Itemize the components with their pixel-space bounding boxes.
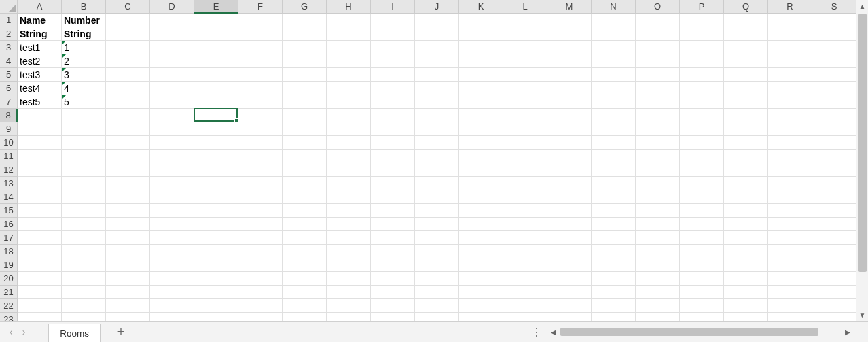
cell-J11[interactable] bbox=[415, 150, 459, 163]
cell-H8[interactable] bbox=[327, 109, 371, 122]
cell-P19[interactable] bbox=[680, 258, 724, 272]
cell-I14[interactable] bbox=[371, 190, 415, 204]
cell-D19[interactable] bbox=[150, 258, 194, 272]
cell-R3[interactable] bbox=[768, 41, 812, 54]
cell-P9[interactable] bbox=[680, 122, 724, 136]
cell-H3[interactable] bbox=[327, 41, 371, 54]
cell-M9[interactable] bbox=[547, 122, 592, 136]
cell-F6[interactable] bbox=[238, 82, 283, 95]
column-header-k[interactable]: K bbox=[459, 0, 503, 14]
cell-F14[interactable] bbox=[238, 190, 283, 204]
cell-P16[interactable] bbox=[680, 218, 724, 231]
cell-N4[interactable] bbox=[592, 54, 636, 68]
cell-D16[interactable] bbox=[150, 218, 194, 231]
cell-R14[interactable] bbox=[768, 190, 812, 204]
cell-L13[interactable] bbox=[503, 177, 547, 190]
cell-O3[interactable] bbox=[636, 41, 680, 54]
cell-I3[interactable] bbox=[371, 41, 415, 54]
cell-P17[interactable] bbox=[680, 231, 724, 245]
cell-B16[interactable] bbox=[62, 218, 106, 231]
scroll-up-button[interactable]: ▲ bbox=[856, 0, 869, 12]
cell-I5[interactable] bbox=[371, 68, 415, 82]
cell-N9[interactable] bbox=[592, 122, 636, 136]
cell-M2[interactable] bbox=[547, 27, 592, 41]
cell-D4[interactable] bbox=[150, 54, 194, 68]
cell-E22[interactable] bbox=[194, 299, 238, 313]
hscroll-thumb[interactable] bbox=[560, 328, 818, 336]
cell-I12[interactable] bbox=[371, 163, 415, 177]
cell-A18[interactable] bbox=[18, 245, 62, 258]
cell-A10[interactable] bbox=[18, 136, 62, 150]
cell-K13[interactable] bbox=[459, 177, 503, 190]
cell-L7[interactable] bbox=[503, 95, 547, 109]
row-header-5[interactable]: 5 bbox=[0, 68, 18, 82]
cell-K8[interactable] bbox=[459, 109, 503, 122]
cell-J8[interactable] bbox=[415, 109, 459, 122]
cell-N12[interactable] bbox=[592, 163, 636, 177]
cell-N15[interactable] bbox=[592, 204, 636, 218]
cell-R17[interactable] bbox=[768, 231, 812, 245]
cell-Q21[interactable] bbox=[724, 286, 768, 299]
cell-E12[interactable] bbox=[194, 163, 238, 177]
cell-L12[interactable] bbox=[503, 163, 547, 177]
cell-R1[interactable] bbox=[768, 14, 812, 27]
cell-C4[interactable] bbox=[106, 54, 150, 68]
cell-S2[interactable] bbox=[812, 27, 856, 41]
cell-O14[interactable] bbox=[636, 190, 680, 204]
cell-J17[interactable] bbox=[415, 231, 459, 245]
cell-E16[interactable] bbox=[194, 218, 238, 231]
cell-P4[interactable] bbox=[680, 54, 724, 68]
row-header-9[interactable]: 9 bbox=[0, 122, 18, 136]
cell-C23[interactable] bbox=[106, 313, 150, 321]
cell-Q18[interactable] bbox=[724, 245, 768, 258]
hscroll-track[interactable] bbox=[559, 326, 842, 337]
cell-L3[interactable] bbox=[503, 41, 547, 54]
cell-O7[interactable] bbox=[636, 95, 680, 109]
cell-F22[interactable] bbox=[238, 299, 283, 313]
cell-D22[interactable] bbox=[150, 299, 194, 313]
add-sheet-button[interactable]: + bbox=[110, 322, 132, 342]
row-header-19[interactable]: 19 bbox=[0, 258, 18, 272]
cell-N14[interactable] bbox=[592, 190, 636, 204]
cell-B3[interactable]: 1 bbox=[62, 41, 106, 54]
cell-Q19[interactable] bbox=[724, 258, 768, 272]
cell-S15[interactable] bbox=[812, 204, 856, 218]
cell-O20[interactable] bbox=[636, 272, 680, 286]
cell-E17[interactable] bbox=[194, 231, 238, 245]
cell-S21[interactable] bbox=[812, 286, 856, 299]
cell-I23[interactable] bbox=[371, 313, 415, 321]
cell-B6[interactable]: 4 bbox=[62, 82, 106, 95]
cell-D12[interactable] bbox=[150, 163, 194, 177]
cell-G10[interactable] bbox=[283, 136, 327, 150]
cell-Q16[interactable] bbox=[724, 218, 768, 231]
column-header-r[interactable]: R bbox=[768, 0, 812, 14]
cell-N11[interactable] bbox=[592, 150, 636, 163]
cell-M4[interactable] bbox=[547, 54, 592, 68]
cell-J16[interactable] bbox=[415, 218, 459, 231]
cells-area[interactable]: NameNumberStringStringtest11test22test33… bbox=[18, 14, 856, 321]
cell-A8[interactable] bbox=[18, 109, 62, 122]
cell-G9[interactable] bbox=[283, 122, 327, 136]
prev-sheet-button[interactable]: ‹ bbox=[10, 326, 13, 337]
cell-D5[interactable] bbox=[150, 68, 194, 82]
cell-R21[interactable] bbox=[768, 286, 812, 299]
row-header-14[interactable]: 14 bbox=[0, 190, 18, 204]
cell-A13[interactable] bbox=[18, 177, 62, 190]
cell-E11[interactable] bbox=[194, 150, 238, 163]
cell-Q2[interactable] bbox=[724, 27, 768, 41]
scroll-right-button[interactable]: ▶ bbox=[842, 326, 853, 337]
cell-P11[interactable] bbox=[680, 150, 724, 163]
cell-M21[interactable] bbox=[547, 286, 592, 299]
cell-R12[interactable] bbox=[768, 163, 812, 177]
cell-O16[interactable] bbox=[636, 218, 680, 231]
cell-N8[interactable] bbox=[592, 109, 636, 122]
cell-O9[interactable] bbox=[636, 122, 680, 136]
cell-A23[interactable] bbox=[18, 313, 62, 321]
cell-O19[interactable] bbox=[636, 258, 680, 272]
cell-L8[interactable] bbox=[503, 109, 547, 122]
cell-P6[interactable] bbox=[680, 82, 724, 95]
cell-P10[interactable] bbox=[680, 136, 724, 150]
cell-G6[interactable] bbox=[283, 82, 327, 95]
cell-F17[interactable] bbox=[238, 231, 283, 245]
cell-C5[interactable] bbox=[106, 68, 150, 82]
